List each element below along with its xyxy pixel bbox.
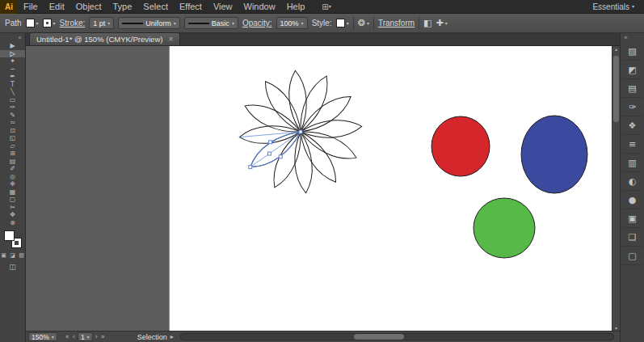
appearance-panel-icon[interactable]: ● [622, 191, 643, 209]
green-circle[interactable] [474, 198, 535, 258]
anchor-point[interactable] [279, 155, 282, 158]
pen-tool-icon[interactable]: ✒ [0, 73, 25, 81]
blue-circle[interactable] [521, 116, 587, 193]
type-tool-icon[interactable]: T [0, 81, 25, 89]
recolor-artwork-icon[interactable]: ❂ ▾ [358, 18, 369, 28]
layers-panel-icon[interactable]: ❏ [622, 228, 643, 247]
anchor-point[interactable] [267, 152, 271, 155]
menu-view[interactable]: View [208, 0, 238, 14]
align-glyph: ◧ [423, 18, 431, 28]
stroke-width-select[interactable]: 1 pt ▾ [89, 17, 114, 29]
menu-edit[interactable]: Edit [44, 0, 70, 14]
gradient-panel-icon[interactable]: ▥ [622, 154, 643, 172]
opacity-label[interactable]: Opacity: [242, 19, 272, 27]
magic-wand-tool-icon[interactable]: ✦ [0, 57, 25, 65]
draw-normal-icon[interactable]: ▣ [0, 252, 7, 260]
pencil-tool-icon[interactable]: ✎ [0, 112, 25, 120]
selection-tool-icon[interactable]: ▶ [0, 42, 25, 50]
brush-definition-select[interactable]: Basic ▾ [184, 17, 238, 29]
fill-swatch[interactable] [4, 230, 15, 241]
chevron-down-icon: ▾ [632, 4, 634, 9]
width-profile-select[interactable]: Uniform ▾ [118, 17, 180, 29]
blend-tool-icon[interactable]: ◎ [0, 173, 25, 181]
flower-petal[interactable] [267, 129, 308, 192]
vertical-scrollbar[interactable]: ▴ ▾ [612, 46, 620, 331]
artboards-panel-icon[interactable]: ▢ [622, 247, 643, 265]
scroll-up-icon[interactable]: ▴ [615, 46, 617, 52]
zoom-level-select[interactable]: 150% ▾ [28, 332, 57, 341]
horizontal-scroll-thumb[interactable] [354, 334, 404, 340]
status-flyout-icon[interactable]: ▸ [170, 333, 175, 340]
transparency-panel-icon[interactable]: ◐ [622, 172, 643, 191]
stroke-label[interactable]: Stroke: [60, 19, 86, 27]
menu-effect[interactable]: Effect [174, 0, 208, 14]
anchor-point[interactable] [269, 141, 272, 144]
free-transform-tool-icon[interactable]: ⊡ [0, 127, 25, 135]
draw-inside-icon[interactable]: ▨ [18, 252, 25, 260]
menu-object[interactable]: Object [70, 0, 107, 14]
fill-color-dropdown[interactable]: ▾ [26, 19, 39, 27]
slice-tool-icon[interactable]: ✂ [0, 204, 25, 212]
red-circle[interactable] [431, 116, 490, 176]
mesh-tool-icon[interactable]: ⊞ [0, 150, 25, 158]
document-tab[interactable]: Untitled-1* @ 150% (CMYK/Preview) × [29, 32, 180, 45]
transform-link[interactable]: Transform [378, 19, 415, 27]
collapse-dock-icon[interactable]: « [621, 33, 644, 42]
anchor-point[interactable] [249, 166, 252, 169]
zoom-tool-icon[interactable]: ⊕ [0, 219, 25, 227]
hand-tool-icon[interactable]: ✥ [0, 211, 25, 219]
vertical-scroll-thumb[interactable] [613, 56, 619, 122]
width-tool-icon[interactable]: ≈ [0, 119, 25, 127]
menu-file[interactable]: File [18, 0, 44, 14]
horizontal-scrollbar[interactable] [180, 333, 614, 340]
gradient-tool-icon[interactable]: ▤ [0, 158, 25, 166]
opacity-select[interactable]: 100% ▾ [276, 17, 308, 29]
style-dropdown[interactable]: ▾ [336, 19, 349, 27]
flower-petal[interactable] [293, 73, 334, 136]
artboard-number-field[interactable]: 1 ▾ [78, 332, 93, 341]
shape-builder-tool-icon[interactable]: ◱ [0, 134, 25, 142]
line-segment-tool-icon[interactable]: ╲ [0, 88, 25, 96]
swatches-panel-icon[interactable]: ▤ [622, 79, 643, 98]
document-canvas[interactable]: ▴ ▾ [26, 46, 620, 331]
flower-petal[interactable] [297, 124, 360, 165]
app-logo-icon[interactable]: Ai [0, 0, 18, 14]
screen-mode-button[interactable]: ◫ [9, 263, 16, 271]
anchor-point[interactable] [299, 130, 302, 133]
menu-help[interactable]: Help [281, 0, 311, 14]
eyedropper-tool-icon[interactable]: ✐ [0, 165, 25, 173]
menu-select[interactable]: Select [137, 0, 174, 14]
close-tab-icon[interactable]: × [168, 35, 173, 44]
scroll-down-icon[interactable]: ▾ [615, 325, 617, 331]
brushes-panel-icon[interactable]: ✑ [622, 98, 643, 116]
symbol-sprayer-tool-icon[interactable]: ❉ [0, 180, 25, 188]
options-icon[interactable]: ✚ ▾ [436, 18, 448, 28]
artboard-navigation: « ‹ 1 ▾ › » [65, 332, 106, 341]
menu-type[interactable]: Type [107, 0, 138, 14]
lasso-tool-icon[interactable]: ∽ [0, 65, 25, 74]
menu-window[interactable]: Window [238, 0, 281, 14]
collapse-toolbar-icon[interactable]: « [0, 33, 25, 42]
flower-petal[interactable] [242, 98, 305, 139]
workspace-switcher[interactable]: Essentials ▾ [592, 2, 644, 11]
stroke-panel-icon[interactable]: ≡ [622, 135, 643, 154]
color-panel-icon[interactable]: ▨ [622, 42, 643, 61]
direct-selection-tool-icon[interactable]: ▷ [0, 50, 25, 58]
graphic-styles-panel-icon[interactable]: ▣ [622, 209, 643, 228]
align-icon[interactable]: ◧ [423, 18, 431, 28]
artwork-layer [26, 46, 612, 331]
perspective-grid-tool-icon[interactable]: ▱ [0, 142, 25, 150]
paintbrush-tool-icon[interactable]: ✑ [0, 103, 25, 112]
stroke-color-dropdown[interactable]: ▾ [43, 19, 56, 27]
rectangle-tool-icon[interactable]: ▭ [0, 96, 25, 104]
draw-behind-icon[interactable]: ◪ [9, 252, 16, 260]
arrange-documents-icon[interactable]: ⊞ ▾ [322, 2, 330, 11]
column-graph-tool-icon[interactable]: ▦ [0, 188, 25, 196]
artboard-tool-icon[interactable]: ▢ [0, 196, 25, 204]
last-artboard-icon[interactable]: » [100, 333, 106, 340]
symbols-panel-icon[interactable]: ❖ [622, 116, 643, 135]
first-artboard-icon[interactable]: « [65, 333, 70, 340]
next-artboard-icon[interactable]: › [95, 333, 99, 340]
prev-artboard-icon[interactable]: ‹ [72, 333, 76, 340]
color-guide-panel-icon[interactable]: ◩ [622, 61, 643, 79]
